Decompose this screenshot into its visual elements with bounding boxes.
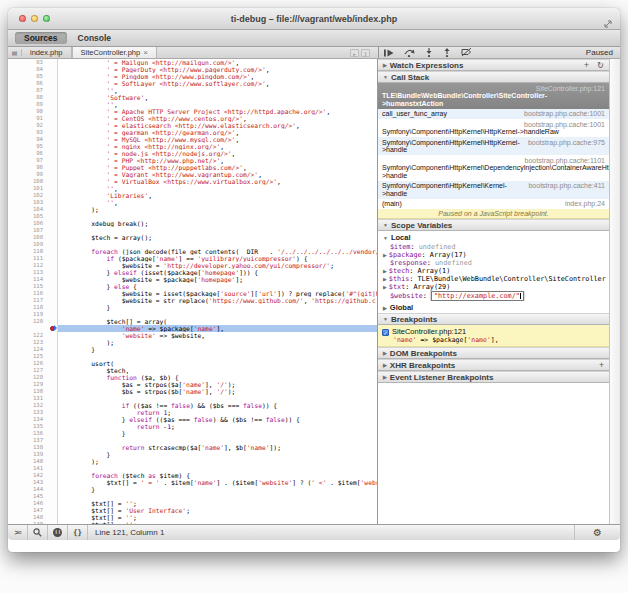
code-line[interactable]: 102 'Libraries', [8, 192, 377, 199]
gutter-line-number[interactable]: 116 [8, 290, 58, 297]
step-over-button[interactable] [404, 49, 415, 57]
gutter-line-number[interactable]: 89 [8, 101, 58, 108]
gutter-line-number[interactable]: 140 [8, 458, 58, 465]
call-stack-frame[interactable]: bootstrap.php.cache:1001Symfony\Componen… [378, 119, 609, 137]
code-line[interactable]: 99 ' = Vagrant <http://www.vagrantup.com… [8, 171, 377, 178]
gear-icon[interactable]: ⚙ [574, 525, 620, 540]
code-line[interactable]: 107 [8, 227, 377, 234]
code-line[interactable]: 131 [8, 395, 377, 402]
gutter-line-number[interactable]: 144 [8, 486, 58, 493]
chevron-right-icon[interactable]: ▶ [383, 268, 387, 274]
code-line[interactable]: 143 $txt[] = ' = ' . $item['name'] . ($i… [8, 479, 377, 486]
gutter-line-number[interactable]: 84 [8, 66, 58, 73]
code-line[interactable]: 124 } [8, 346, 377, 353]
gutter-line-number[interactable]: 87 [8, 87, 58, 94]
code-line[interactable]: 122 'website' => $website, [8, 332, 377, 339]
code-line[interactable]: 88 'Software', [8, 94, 377, 101]
gutter-line-number[interactable]: 112 [8, 262, 58, 269]
show-console-button[interactable]: >≡ [8, 525, 28, 540]
scope-variable-row[interactable]: ▶$tech: Array(1) [378, 267, 609, 275]
refresh-watch-button[interactable]: ↻ [597, 60, 604, 71]
code-line[interactable]: 84 ' = PagerDuty <http://www.pagerduty.c… [8, 66, 377, 73]
gutter-line-number[interactable]: 141 [8, 465, 58, 472]
gutter-line-number[interactable]: 134 [8, 416, 58, 423]
file-tab-sitecontroller-php[interactable]: SiteController.php × [72, 47, 157, 58]
code-line[interactable]: 137 [8, 437, 377, 444]
gutter-line-number[interactable]: 143 [8, 479, 58, 486]
code-line[interactable]: 126 usort( [8, 360, 377, 367]
gutter-line-number[interactable]: 97 [8, 157, 58, 164]
gutter-line-number[interactable]: 117 [8, 297, 58, 304]
scope-global-group[interactable]: ▶Global [378, 301, 609, 313]
code-editor[interactable]: 83 ' = Mailgun <http://mailgun.com/>',84… [8, 59, 378, 524]
step-out-button[interactable] [443, 48, 451, 57]
code-line[interactable]: 94 ' = MySQL <http://www.mysql.com/>', [8, 136, 377, 143]
code-line[interactable]: 120 $tech[] = array( [8, 318, 377, 325]
chevron-right-icon[interactable]: ▶ [383, 276, 387, 282]
gutter-line-number[interactable]: 142 [8, 472, 58, 479]
variable-value-editor[interactable]: "http://example.com/" [431, 291, 524, 301]
section-scope-variables[interactable]: ▼ Scope Variables [378, 219, 609, 231]
code-line[interactable]: 100 ' = VirtualBox <https://www.virtualb… [8, 178, 377, 185]
code-line[interactable]: 114 $website = $package['homepage']; [8, 276, 377, 283]
pretty-print-button[interactable]: {} [68, 525, 88, 540]
code-line[interactable]: 148 $txt[] = ''; [8, 514, 377, 521]
gutter-line-number[interactable]: 101 [8, 185, 58, 192]
gutter-line-number[interactable]: 124 [8, 346, 58, 353]
call-stack-frame[interactable]: bootstrap.php.cache:1101Symfony\Componen… [378, 155, 609, 181]
code-line[interactable]: 117 $website = str_replace('https://www.… [8, 297, 377, 304]
code-line[interactable]: 138 return strcasecmp($a['name'], $b['na… [8, 444, 377, 451]
code-line[interactable]: 149 $txt[] = ''; [8, 521, 377, 524]
gutter-line-number[interactable]: 83 [8, 59, 58, 66]
gutter-line-number[interactable]: 100 [8, 178, 58, 185]
gutter-line-number[interactable]: 102 [8, 192, 58, 199]
gutter-line-number[interactable]: 93 [8, 129, 58, 136]
gutter-line-number[interactable]: 105 [8, 213, 58, 220]
gutter-line-number[interactable]: 148 [8, 514, 58, 521]
gutter-line-number[interactable]: 132 [8, 402, 58, 409]
close-tab-icon[interactable]: × [143, 48, 148, 57]
code-line[interactable]: 110 foreach (json_decode(file_get_conten… [8, 248, 377, 255]
call-stack-frame[interactable]: index.php:24(main) [378, 199, 609, 210]
breakpoint-checkbox[interactable]: ✓ [382, 329, 389, 336]
code-line[interactable]: 95 ' = nginx <http://nginx.org/>', [8, 143, 377, 150]
gutter-line-number[interactable]: 103 [8, 199, 58, 206]
code-line[interactable]: 103 '', [8, 199, 377, 206]
code-line[interactable]: 116 $website = isset($package['source'][… [8, 290, 377, 297]
gutter-line-number[interactable]: 86 [8, 80, 58, 87]
add-xhr-breakpoint-button[interactable]: + [599, 360, 604, 371]
code-line[interactable]: 115 } else { [8, 283, 377, 290]
code-line[interactable]: 83 ' = Mailgun <http://mailgun.com/>', [8, 59, 377, 66]
minimize-window-button[interactable] [31, 15, 38, 22]
code-line[interactable]: 147 $txt[] = 'User Interface'; [8, 507, 377, 514]
gutter-line-number[interactable]: 106 [8, 220, 58, 227]
gutter-line-number[interactable]: 91 [8, 115, 58, 122]
gutter-line-number[interactable]: 98 [8, 164, 58, 171]
gutter-line-number[interactable]: 128 [8, 374, 58, 381]
code-line[interactable]: 97 ' = PHP <http://www.php.net/>', [8, 157, 377, 164]
gutter-line-number[interactable]: 111 [8, 255, 58, 262]
code-line[interactable]: 98 ' = Puppet <http://puppetlabs.com/>', [8, 164, 377, 171]
gutter-line-number[interactable]: 146 [8, 500, 58, 507]
gutter-line-number[interactable]: 129 [8, 381, 58, 388]
code-line[interactable]: 134 } elseif (($as === false) && ($bs !=… [8, 416, 377, 423]
gutter-line-number[interactable]: 138 [8, 444, 58, 451]
scope-variable-row[interactable]: $item: undefined [378, 243, 609, 251]
zoom-window-button[interactable] [43, 15, 50, 22]
pause-on-exceptions-button[interactable] [48, 525, 68, 540]
section-call-stack[interactable]: ▼ Call Stack [378, 71, 609, 83]
scope-variable-row[interactable]: ▶$txt: Array(29) [378, 283, 609, 291]
scope-local-group[interactable]: ▼Local [378, 231, 609, 243]
code-line[interactable]: 125 [8, 353, 377, 360]
gutter-line-number[interactable]: 104 [8, 206, 58, 213]
tab-scroll-right-icon[interactable]: ‖ [361, 49, 370, 57]
code-line[interactable]: 145 [8, 493, 377, 500]
code-line[interactable]: 90 ' = Apache HTTP Server Project <http:… [8, 108, 377, 115]
section-dom-breakpoints[interactable]: ▶ DOM Breakpoints [378, 347, 609, 359]
resize-icon[interactable] [604, 14, 612, 32]
code-line[interactable]: 85 ' = Pingdom <http://www.pingdom.com/>… [8, 73, 377, 80]
gutter-line-number[interactable]: 118 [8, 304, 58, 311]
gutter-line-number[interactable]: 127 [8, 367, 58, 374]
scope-variable-row[interactable]: $website: "http://example.com/" [378, 291, 609, 301]
gutter-line-number[interactable]: 147 [8, 507, 58, 514]
